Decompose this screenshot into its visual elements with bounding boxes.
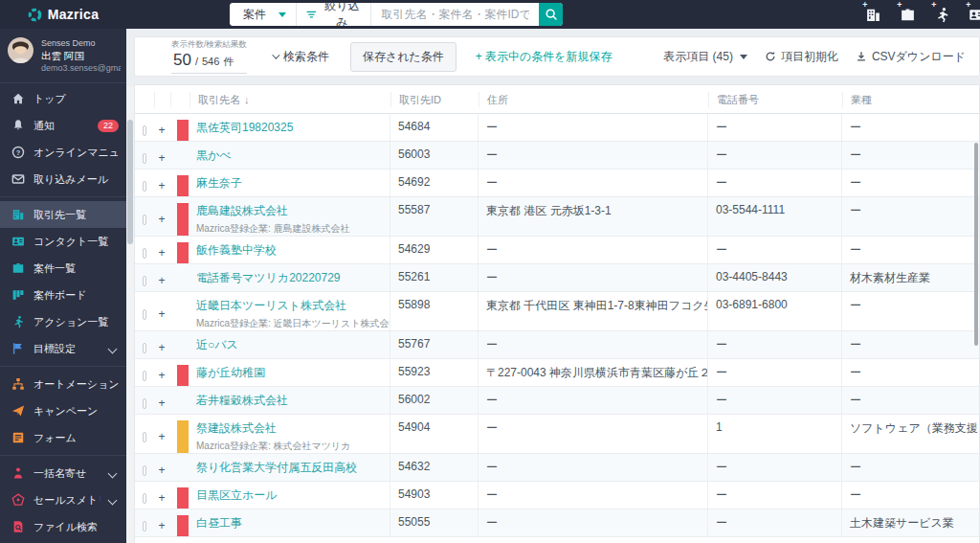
global-search-input[interactable]	[371, 3, 539, 26]
add-contact-icon[interactable]: +	[959, 0, 980, 29]
row-checkbox[interactable]	[143, 465, 146, 476]
account-name-link[interactable]: 電話番号マツリカ20220729	[196, 270, 382, 286]
account-name-link[interactable]: 祭建設株式会社	[196, 420, 382, 437]
row-expand-button[interactable]: +	[154, 359, 169, 386]
runner-icon	[11, 315, 25, 328]
row-checkbox[interactable]	[143, 398, 146, 409]
user-profile[interactable]: Senses Demo 出雲 阿国 demo3.senses@gmai…	[0, 29, 126, 83]
add-deal-icon[interactable]: +	[890, 0, 924, 29]
row-expand-button[interactable]: +	[154, 331, 169, 358]
account-name-link[interactable]: 黒かべ	[196, 147, 382, 164]
row-expand-button[interactable]: +	[154, 509, 169, 536]
sidebar-scrollbar-thumb[interactable]	[127, 120, 133, 244]
row-checkbox[interactable]	[143, 125, 146, 136]
header-industry[interactable]: 業種	[842, 92, 980, 107]
csv-download-button[interactable]: CSVダウンロード	[856, 49, 966, 65]
address-cell: 東京都 港区 元赤坂1-3-1	[478, 197, 707, 236]
row-checkbox[interactable]	[143, 521, 146, 532]
sidebar-item-help[interactable]: ? オンラインマニュアル	[0, 139, 126, 166]
home-icon	[11, 92, 25, 105]
account-id-cell: 55923	[390, 359, 478, 386]
briefcase-icon	[11, 261, 25, 275]
account-name-link[interactable]: 若井糧穀株式会社	[196, 393, 382, 409]
account-name-link[interactable]: 藤が丘幼稚園	[196, 365, 382, 381]
sidebar-scrollbar[interactable]	[126, 86, 134, 543]
search-button[interactable]	[539, 3, 563, 26]
sidebar-item-building[interactable]: 取引先一覧	[0, 201, 126, 228]
mail-icon	[11, 172, 25, 186]
row-checkbox[interactable]	[143, 432, 146, 442]
global-search-bar: 案件 絞り込み	[230, 3, 563, 26]
row-expand-button[interactable]: +	[154, 387, 169, 414]
account-name-link[interactable]: 目黒区立ホール	[196, 487, 382, 504]
header-account-id[interactable]: 取引先ID	[390, 92, 479, 107]
row-expand-button[interactable]: +	[154, 264, 169, 291]
account-name-link[interactable]: 飯作義塾中学校	[196, 242, 382, 259]
row-expand-button[interactable]: +	[154, 170, 169, 196]
row-expand-button[interactable]: +	[154, 454, 169, 481]
header-phone[interactable]: 電話番号	[708, 92, 842, 107]
save-new-conditions-link[interactable]: + 表示中の条件を新規保存	[476, 49, 612, 65]
sidebar-item-metrics[interactable]: セールスメトリクス	[0, 486, 126, 513]
display-items-dropdown[interactable]: 表示項目 (45)	[663, 49, 747, 65]
add-action-icon[interactable]: +	[924, 0, 959, 29]
result-count-label: 表示件数/検索結果数	[171, 39, 247, 51]
sort-desc-icon[interactable]: ↓	[244, 94, 250, 105]
row-checkbox[interactable]	[143, 248, 146, 259]
row-expand-button[interactable]: +	[154, 292, 169, 330]
row-checkbox[interactable]	[143, 215, 146, 225]
table-row: + 白昼工事 55055 ー ー 土木建築サービス業	[135, 509, 979, 537]
row-checkbox[interactable]	[143, 493, 146, 504]
reset-items-button[interactable]: 項目初期化	[765, 49, 838, 65]
account-name-link[interactable]: 近畿日本ツーリスト株式会社	[196, 298, 382, 314]
header-account-name[interactable]: 取引先名↓	[189, 92, 390, 107]
account-name-link[interactable]: 麻生奈子	[196, 175, 382, 192]
plus-icon: +	[862, 1, 867, 10]
sidebar-item-automation[interactable]: オートメーション	[0, 371, 126, 397]
sidebar-item-flag[interactable]: 目標設定	[0, 335, 126, 362]
row-checkbox[interactable]	[143, 153, 146, 164]
row-expand-button[interactable]: +	[154, 482, 169, 509]
quick-add-icons: ++++	[856, 0, 980, 29]
account-name-link[interactable]: 祭り化営業大学付属五反田高校	[196, 460, 382, 476]
sidebar-item-runner[interactable]: アクション一覧	[0, 308, 126, 335]
table-vertical-scrollbar[interactable]	[974, 143, 978, 346]
sidebar-item-home[interactable]: トップ	[0, 85, 126, 112]
account-name-link[interactable]: 黒佐英司19820325	[196, 120, 382, 136]
sidebar-item-board[interactable]: 案件ボード	[0, 282, 126, 308]
sidebar-item-form[interactable]: フォーム	[0, 424, 126, 451]
account-id-cell: 55055	[390, 509, 478, 536]
row-checkbox[interactable]	[143, 181, 146, 192]
row-expand-button[interactable]: +	[154, 237, 169, 263]
sidebar-divider	[0, 196, 126, 197]
sidebar-item-mail[interactable]: 取り込みメール	[0, 166, 126, 192]
app-logo[interactable]: Mazrica	[0, 0, 126, 29]
account-id-cell: 54632	[390, 454, 478, 481]
row-expand-button[interactable]: +	[154, 197, 169, 236]
header-address[interactable]: 住所	[479, 92, 708, 107]
saved-conditions-button[interactable]: 保存された条件	[350, 42, 457, 72]
account-name-link[interactable]: 鹿島建設株式会社	[196, 203, 382, 219]
account-name-link[interactable]: 近○バス	[196, 337, 382, 353]
account-name-link[interactable]: 白昼工事	[196, 515, 382, 532]
sidebar-item-bell[interactable]: 通知 22	[0, 112, 126, 139]
row-expand-button[interactable]: +	[154, 415, 169, 453]
add-account-icon[interactable]: +	[856, 0, 890, 29]
address-cell: ー	[478, 114, 707, 141]
row-checkbox[interactable]	[143, 371, 146, 381]
sidebar-item-merge[interactable]: 一括名寄せ	[0, 460, 126, 486]
search-entity-select[interactable]: 案件	[230, 3, 297, 26]
row-checkbox[interactable]	[143, 343, 146, 353]
filter-button[interactable]: 絞り込み	[297, 3, 371, 26]
sidebar-item-briefcase[interactable]: 案件一覧	[0, 255, 126, 282]
row-checkbox[interactable]	[143, 309, 146, 320]
sidebar-item-filesearch[interactable]: ファイル検索	[0, 513, 126, 540]
row-expand-button[interactable]: +	[154, 142, 169, 169]
sidebar-item-contacts[interactable]: コンタクト一覧	[0, 228, 126, 255]
account-registered-sub: Mazrica登録企業: 鹿島建設株式会社	[196, 222, 382, 236]
row-expand-button[interactable]: +	[154, 114, 169, 141]
search-conditions-toggle[interactable]: 検索条件	[272, 49, 329, 65]
table-row: + 近畿日本ツーリスト株式会社 Mazrica登録企業: 近畿日本ツーリスト株式…	[135, 292, 979, 331]
row-checkbox[interactable]	[143, 276, 146, 286]
sidebar-item-campaign[interactable]: キャンペーン	[0, 397, 126, 424]
